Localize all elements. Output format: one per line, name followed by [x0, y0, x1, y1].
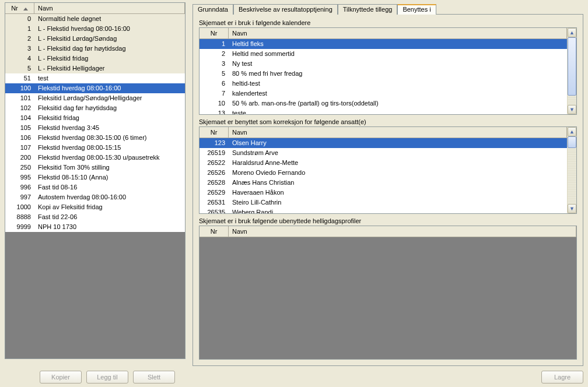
table-row[interactable]: 995Flekstid 08-15:10 (Anna)	[5, 173, 185, 182]
scroll-up-icon[interactable]: ▲	[568, 127, 576, 136]
table-row[interactable]: 997Autostem hverdag 08:00-16:00	[5, 192, 185, 202]
table-row[interactable]: 26519Sundstrøm Arve	[200, 148, 567, 158]
scroll-down-icon[interactable]: ▼	[568, 105, 576, 114]
cell-navn: L - Fleksitid dag før høytidsdag	[34, 44, 185, 54]
col-navn[interactable]: Navn	[34, 3, 185, 13]
table-row[interactable]: 7kalendertest	[200, 89, 567, 98]
table-row[interactable]: 2Heltid med sommertid	[200, 49, 567, 59]
table-row[interactable]: 9999NPH 10 1730	[5, 222, 185, 232]
cell-nr: 26519	[200, 148, 229, 158]
table-row[interactable]: 8888Fast tid 22-06	[5, 212, 185, 222]
table-row[interactable]: 102Fleksitid dag før høytidsdag	[5, 103, 185, 113]
table-row[interactable]: 105Flekstid hverdag 3:45	[5, 123, 185, 133]
kalendere-rows: 1Heltid fleks2Heltid med sommertid3Ny te…	[200, 39, 567, 114]
table-row[interactable]: 3L - Fleksitid dag før høytidsdag	[5, 44, 185, 54]
scroll-track[interactable]	[568, 37, 576, 105]
table-row[interactable]: 104Fleksitid fridag	[5, 113, 185, 123]
table-row[interactable]: 580 % med fri hver fredag	[200, 69, 567, 79]
table-row[interactable]: 3Ny test	[200, 59, 567, 69]
table-row[interactable]: 996Fast tid 08-16	[5, 182, 185, 192]
cell-navn: L - Fleksitid fridag	[34, 54, 185, 64]
scroll-thumb[interactable]	[568, 37, 576, 96]
table-row[interactable]: 1L - Flekstid hverdag 08:00-16:00	[5, 24, 185, 34]
table-row[interactable]: 26529Haveraaen Håkon	[200, 188, 567, 198]
cell-nr: 26522	[200, 158, 229, 168]
kalendere-col-nr[interactable]: Nr	[200, 28, 229, 38]
helligdag-col-navn[interactable]: Navn	[229, 226, 576, 237]
table-row[interactable]: 106Flekstid hverdag 08:30-15:00 (6 timer…	[5, 133, 185, 143]
table-row[interactable]: 200Flekstid hverdag 08:00-15:30 u/pauset…	[5, 153, 185, 163]
section-helligdag-label: Skjemaet er i bruk følgende ubenyttede h…	[199, 217, 577, 224]
cell-navn: Flekstid hverdag 08:00-15:30 u/pausetrek…	[34, 153, 185, 163]
cell-navn: Fast tid 22-06	[34, 212, 185, 222]
table-row[interactable]: 4L - Fleksitid fridag	[5, 54, 185, 64]
leggtil-button[interactable]: Legg til	[86, 371, 128, 384]
cell-nr: 3	[200, 59, 229, 69]
table-row[interactable]: 1Heltid fleks	[200, 39, 567, 49]
col-navn-label: Navn	[38, 5, 53, 12]
cell-nr: 0	[5, 14, 34, 24]
ansatte-header: Nr Navn	[200, 127, 567, 138]
schema-grid-rows: 0Normaltid hele døgnet1L - Flekstid hver…	[5, 14, 185, 232]
cell-navn: Autostem hverdag 08:00-16:00	[34, 192, 185, 202]
lagre-button[interactable]: Lagre	[541, 371, 583, 384]
tab-beskrivelse[interactable]: Beskrivelse av resultatopptjening	[233, 4, 338, 15]
cell-navn: Weberg Randi	[229, 207, 567, 213]
ansatte-col-nr[interactable]: Nr	[200, 127, 229, 138]
table-row[interactable]: 107Flekstid hverdag 08:00-15:15	[5, 143, 185, 153]
tab-grunndata[interactable]: Grunndata	[192, 4, 233, 15]
section-ansatte: Skjemaet er benyttet som korreksjon for …	[199, 118, 577, 214]
scroll-up-icon[interactable]: ▲	[568, 28, 576, 37]
table-row[interactable]: 101Fleksitid Lørdag/Søndag/Helligdager	[5, 93, 185, 103]
table-row[interactable]: 26526Moreno Oviedo Fernando	[200, 168, 567, 178]
ansatte-scrollbar[interactable]: ▲ ▼	[567, 127, 576, 213]
table-row[interactable]: 1050 % arb. man-ons-fre (partall) og tir…	[200, 98, 567, 108]
kalendere-body: 1Heltid fleks2Heltid med sommertid3Ny te…	[200, 39, 567, 114]
table-row[interactable]: 26528Alnæs Hans Christian	[200, 178, 567, 188]
table-row[interactable]: 5L - Fleksitid Helligdager	[5, 64, 185, 73]
cell-nr: 1	[5, 24, 34, 34]
table-row[interactable]: 6heltid-test	[200, 79, 567, 89]
kalendere-scrollbar[interactable]: ▲ ▼	[567, 28, 576, 114]
kalendere-col-navn[interactable]: Navn	[229, 28, 567, 38]
table-row[interactable]: 26535Weberg Randi	[200, 207, 567, 213]
cell-nr: 102	[5, 103, 34, 113]
right-panel: Grunndata Beskrivelse av resultatopptjen…	[192, 2, 583, 366]
ansatte-col-navn[interactable]: Navn	[229, 127, 567, 138]
kalendere-grid[interactable]: Nr Navn 1Heltid fleks2Heltid med sommert…	[199, 27, 577, 115]
sort-asc-icon	[23, 8, 28, 10]
table-row[interactable]: 1000Kopi av Fleksitid fridag	[5, 202, 185, 212]
cell-nr: 5	[200, 69, 229, 79]
table-row[interactable]: 26531Steiro Lill-Cathrin	[200, 198, 567, 207]
cell-navn: Flekstid hverdag 08:00-16:00	[34, 83, 185, 93]
cell-navn: Kopi av Fleksitid fridag	[34, 202, 185, 212]
section-kalendere-label: Skjemaet er i bruk i følgende kalendere	[199, 19, 577, 26]
cell-nr: 250	[5, 163, 34, 173]
table-row[interactable]: 26522Haraldsrud Anne-Mette	[200, 158, 567, 168]
helligdag-grid[interactable]: Nr Navn	[199, 226, 577, 360]
table-row[interactable]: 2L - Fleksitid Lørdag/Søndag	[5, 34, 185, 44]
tab-benyttes[interactable]: Benyttes i	[397, 4, 436, 15]
table-row[interactable]: 250Fleksitid Tom 30% stilling	[5, 163, 185, 173]
cell-nr: 123	[200, 138, 229, 148]
slett-button[interactable]: Slett	[133, 371, 175, 384]
ansatte-rows: 123Olsen Harry26519Sundstrøm Arve26522Ha…	[200, 138, 567, 213]
table-row[interactable]: 123Olsen Harry	[200, 138, 567, 148]
table-row[interactable]: 0Normaltid hele døgnet	[5, 14, 185, 24]
cell-navn: 80 % med fri hver fredag	[229, 69, 567, 79]
cell-nr: 26528	[200, 178, 229, 188]
cell-navn: Steiro Lill-Cathrin	[229, 198, 567, 207]
table-row[interactable]: 13teste	[200, 108, 567, 114]
tab-tilknyttede[interactable]: Tilknyttede tillegg	[338, 4, 398, 15]
table-row[interactable]: 51test	[5, 73, 185, 83]
helligdag-col-nr[interactable]: Nr	[200, 226, 229, 237]
scroll-track[interactable]	[568, 136, 576, 204]
schema-grid[interactable]: Nr Navn 0Normaltid hele døgnet1L - Fleks…	[5, 2, 186, 359]
scroll-thumb[interactable]	[568, 136, 576, 148]
kopier-button[interactable]: Kopier	[40, 371, 82, 384]
ansatte-grid[interactable]: Nr Navn 123Olsen Harry26519Sundstrøm Arv…	[199, 126, 577, 214]
table-row[interactable]: 100Flekstid hverdag 08:00-16:00	[5, 83, 185, 93]
col-nr[interactable]: Nr	[5, 3, 34, 13]
cell-navn: Haraldsrud Anne-Mette	[229, 158, 567, 168]
scroll-down-icon[interactable]: ▼	[568, 204, 576, 213]
